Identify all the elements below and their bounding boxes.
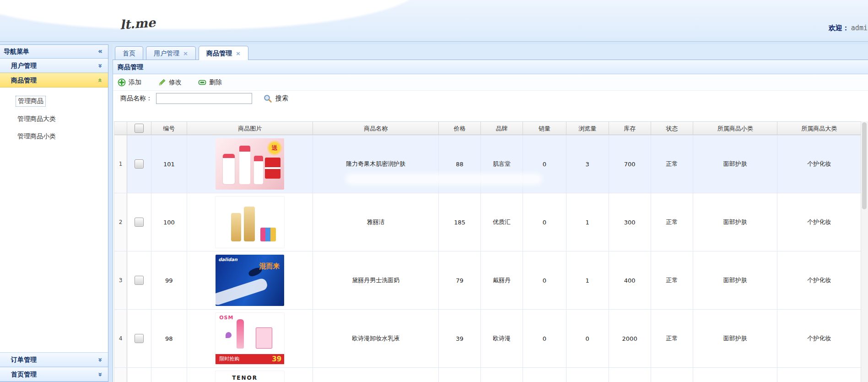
- row-number-cell: 2: [114, 193, 127, 251]
- column-header-10[interactable]: 所属商品小类: [693, 122, 777, 135]
- category-cell: 个护化妆: [777, 251, 861, 309]
- sidebar-panel-home-mgmt[interactable]: 首页管理 »: [0, 367, 108, 382]
- product-image: dalidan混而来: [216, 255, 284, 306]
- tabs-bar: 首页 用户管理× 商品管理×: [113, 44, 868, 60]
- product-image-cell: TENOR: [187, 368, 313, 382]
- chevron-down-icon: »: [97, 372, 104, 377]
- product-image-cell: [187, 193, 313, 251]
- sidebar-panel-label: 首页管理: [11, 371, 37, 378]
- views-cell: 2: [566, 368, 609, 382]
- edit-button-label: 修改: [169, 78, 182, 87]
- price-cell: 39: [439, 310, 481, 367]
- tab-label: 用户管理: [154, 49, 179, 57]
- brand-cell: 他能量: [481, 368, 523, 382]
- table-row[interactable]: 399dalidan混而来黛丽丹男士洗面奶79戴丽丹01400正常面部护肤个护化…: [114, 251, 861, 310]
- category-cell: 个护化妆: [777, 193, 861, 251]
- status-cell: 正常: [651, 368, 694, 382]
- stock-cell: 2000: [609, 310, 651, 367]
- column-header-8[interactable]: 库存: [609, 122, 651, 135]
- column-header-11[interactable]: 所属商品大类: [777, 122, 861, 135]
- stock-cell: 400: [609, 251, 651, 309]
- welcome-label: 欢迎：: [829, 24, 849, 32]
- column-header-3[interactable]: 商品名称: [313, 122, 439, 135]
- views-cell: 1: [566, 251, 609, 309]
- search-input[interactable]: [156, 93, 252, 104]
- edit-button[interactable]: 修改: [158, 78, 182, 87]
- table-body: 1101送隆力奇果木肌密润护肤88肌言堂03700正常面部护肤个护化妆2100雅…: [114, 135, 861, 382]
- product-name-cell: 丹姿他能量男士洗面奶: [313, 368, 439, 382]
- column-header-5[interactable]: 品牌: [481, 122, 523, 135]
- row-checkbox[interactable]: [135, 334, 144, 343]
- column-header-2[interactable]: 商品图片: [187, 122, 313, 135]
- chevron-up-icon: »: [97, 78, 104, 83]
- column-header-1[interactable]: 编号: [151, 122, 187, 135]
- search-field-label: 商品名称：: [120, 94, 152, 103]
- column-header-7[interactable]: 浏览量: [566, 122, 609, 135]
- scrollbar-thumb[interactable]: [862, 122, 867, 209]
- category-cell: 个护化妆: [777, 368, 861, 382]
- tab-user-mgmt[interactable]: 用户管理×: [146, 46, 196, 60]
- column-header-6[interactable]: 销量: [523, 122, 566, 135]
- product-id-cell: 98: [151, 310, 187, 367]
- checkbox-cell: [127, 193, 151, 251]
- username: admin: [851, 24, 868, 32]
- search-button-label: 搜索: [275, 94, 288, 103]
- collapse-sidebar-icon[interactable]: «: [98, 48, 102, 55]
- table-row[interactable]: 2100雅丽洁185优质汇01300正常面部护肤个护化妆: [114, 193, 861, 251]
- vertical-scrollbar[interactable]: [861, 121, 868, 382]
- product-image-cell: 送: [187, 135, 313, 193]
- sidebar-panel-label: 用户管理: [11, 62, 37, 69]
- table-row[interactable]: 597TENOR丹姿他能量男士洗面奶38他能量02100正常面部护肤个护化妆: [114, 368, 861, 382]
- row-checkbox[interactable]: [135, 159, 144, 169]
- select-all-cell: [127, 122, 151, 135]
- product-image-cell: OSM限时抢购39: [187, 310, 313, 367]
- sidebar-item-manage-products[interactable]: 管理商品: [16, 96, 46, 107]
- status-cell: 正常: [651, 193, 694, 251]
- status-cell: 正常: [651, 135, 694, 193]
- close-icon[interactable]: ×: [236, 50, 241, 57]
- row-checkbox[interactable]: [135, 218, 144, 227]
- checkbox-cell: [127, 251, 151, 309]
- sidebar-panel-order-mgmt[interactable]: 订单管理 »: [0, 352, 108, 367]
- sidebar-title-label: 导航菜单: [4, 48, 29, 55]
- table-row[interactable]: 498OSM限时抢购39欧诗漫卸妆水乳液39欧诗漫002000正常面部护肤个护化…: [114, 310, 861, 368]
- top-header: lt.me 欢迎：admin: [0, 0, 868, 42]
- product-name-cell: 欧诗漫卸妆水乳液: [313, 310, 439, 367]
- select-all-checkbox[interactable]: [135, 124, 144, 133]
- stock-cell: 300: [609, 193, 651, 251]
- sidebar-panel-user-mgmt[interactable]: 用户管理 »: [0, 59, 108, 73]
- tab-home[interactable]: 首页: [115, 46, 143, 60]
- remove-icon: [198, 78, 206, 87]
- sidebar-panel-product-mgmt[interactable]: 商品管理 »: [0, 73, 108, 87]
- column-header-9[interactable]: 状态: [651, 122, 694, 135]
- product-image: TENOR: [215, 371, 285, 382]
- delete-button[interactable]: 删除: [198, 78, 222, 87]
- checkbox-cell: [127, 135, 151, 193]
- img-logo: dalidan: [218, 257, 237, 262]
- tab-product-mgmt[interactable]: 商品管理×: [199, 46, 248, 60]
- sales-cell: 0: [523, 193, 566, 251]
- checkbox-cell: [127, 310, 151, 367]
- sidebar-item-manage-subcategories[interactable]: 管理商品小类: [16, 131, 58, 142]
- row-checkbox[interactable]: [135, 276, 144, 285]
- sidebar-bottom-panels: 订单管理 » 首页管理 »: [0, 352, 108, 382]
- sidebar-panel-body: 管理商品 管理商品大类 管理商品小类: [0, 87, 108, 142]
- column-header-4[interactable]: 价格: [439, 122, 481, 135]
- product-id-cell: 100: [151, 193, 187, 251]
- status-cell: 正常: [651, 251, 694, 309]
- subcategory-cell: 面部护肤: [693, 368, 777, 382]
- product-image: OSM限时抢购39: [215, 312, 285, 365]
- brand-cell: 欧诗漫: [481, 310, 523, 367]
- img-label: 混而来: [259, 262, 280, 271]
- chevron-down-icon: »: [97, 64, 104, 68]
- add-button[interactable]: 添加: [118, 78, 141, 87]
- sidebar-title: 导航菜单 «: [0, 45, 108, 59]
- category-cell: 个护化妆: [777, 310, 861, 367]
- header-row-number-cell: [114, 122, 127, 135]
- close-icon[interactable]: ×: [183, 50, 188, 57]
- category-cell: 个护化妆: [777, 135, 861, 193]
- panel-title: 商品管理: [113, 60, 868, 74]
- sidebar-panel-label: 商品管理: [11, 76, 37, 84]
- sidebar-item-manage-categories[interactable]: 管理商品大类: [16, 114, 58, 124]
- search-button[interactable]: 搜索: [263, 94, 288, 103]
